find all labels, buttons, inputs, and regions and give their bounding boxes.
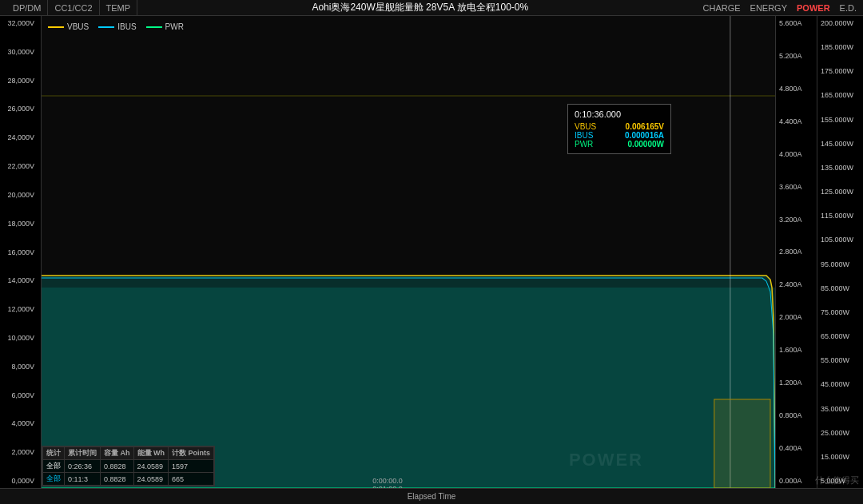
y-label-power: 25.000W — [821, 429, 863, 437]
legend-vbus: VBUS — [48, 22, 89, 31]
stats-all-energy: 24.0589 — [133, 460, 169, 473]
tooltip-vbus-label: VBUS — [575, 122, 596, 131]
y-label-voltage: 8,000V — [0, 363, 38, 371]
y-label-power: 75.000W — [821, 308, 863, 316]
legend-ibus-label: IBUS — [117, 22, 136, 31]
y-label-power: 155.000W — [821, 116, 863, 124]
y-label-power: 15.000W — [821, 453, 863, 461]
x-axis-label: Elapsed Time — [6, 492, 857, 501]
y-label-current: 2.000A — [779, 313, 817, 321]
energy-button[interactable]: ENERGY — [750, 3, 787, 13]
y-label-current: 4.400A — [779, 117, 817, 125]
y-label-power: 175.000W — [821, 67, 863, 75]
ed-button[interactable]: E.D. — [840, 3, 857, 13]
tab-temp[interactable]: TEMP — [100, 0, 138, 15]
charge-button[interactable]: CHARGE — [703, 3, 741, 13]
y-label-power: 185.000W — [821, 43, 863, 51]
legend-vbus-label: VBUS — [67, 22, 89, 31]
y-label-voltage: 32,000V — [0, 19, 38, 27]
y-axis-voltage: 32,000V30,000V28,000V26,000V24,000V22,00… — [0, 16, 42, 488]
y-label-current: 0.400A — [779, 444, 817, 452]
y-label-power: 125.000W — [821, 188, 863, 196]
top-bar: DP/DM CC1/CC2 TEMP Aohi奥海240W星舰能量舱 28V5A… — [0, 0, 863, 16]
stats-sel-capacity: 0.8828 — [101, 473, 134, 486]
stats-row-selected: 全部 0:11:3 0.8828 24.0589 665 — [43, 473, 214, 486]
y-label-voltage: 24,000V — [0, 133, 38, 141]
tooltip-pwr-label: PWR — [575, 140, 593, 149]
y-label-current: 4.800A — [779, 85, 817, 93]
y-label-voltage: 0,000V — [0, 477, 38, 485]
plot-area[interactable]: VBUS IBUS PWR 0:10:36.000 VBUS 0.006165V… — [42, 16, 775, 488]
y-label-power: 5.000W — [821, 477, 863, 485]
y-label-voltage: 14,000V — [0, 276, 38, 284]
y-label-voltage: 6,000V — [0, 391, 38, 399]
y-label-voltage: 20,000V — [0, 191, 38, 199]
stats-sel-time: 0:11:3 — [65, 473, 101, 486]
tooltip-time: 0:10:36.000 — [575, 109, 664, 119]
y-axis-current: 5.600A5.200A4.800A4.400A4.000A3.600A3.20… — [775, 16, 817, 488]
tab-cc1-cc2[interactable]: CC1/CC2 — [48, 0, 99, 15]
y-label-voltage: 2,000V — [0, 448, 38, 456]
stats-sel-label: 全部 — [43, 473, 65, 486]
y-label-power: 145.000W — [821, 140, 863, 148]
action-buttons: CHARGE ENERGY POWER E.D. — [703, 3, 857, 13]
y-label-power: 165.000W — [821, 91, 863, 99]
vbus-color-swatch — [48, 26, 64, 28]
tooltip-ibus-label: IBUS — [575, 131, 593, 140]
stats-all-capacity: 0.8828 — [101, 460, 134, 473]
y-label-current: 4.000A — [779, 150, 817, 158]
tooltip-ibus-value: 0.000016A — [625, 131, 664, 140]
y-label-current: 0.800A — [779, 411, 817, 419]
y-label-power: 85.000W — [821, 284, 863, 292]
stats-all-label: 全部 — [43, 460, 65, 473]
y-label-power: 115.000W — [821, 212, 863, 220]
legend-ibus: IBUS — [98, 22, 136, 31]
stats-row-all: 全部 0:26:36 0.8828 24.0589 1597 — [43, 460, 214, 473]
y-label-voltage: 30,000V — [0, 48, 38, 56]
y-label-voltage: 26,000V — [0, 105, 38, 113]
chart-title: Aohi奥海240W星舰能量舱 28V5A 放电全程100-0% — [137, 1, 702, 14]
y-label-voltage: 22,000V — [0, 162, 38, 170]
pwr-color-swatch — [146, 26, 162, 28]
y-label-current: 3.200A — [779, 216, 817, 224]
chart-svg — [42, 16, 775, 488]
y-label-voltage: 16,000V — [0, 248, 38, 256]
tooltip: 0:10:36.000 VBUS 0.006165V IBUS 0.000016… — [567, 104, 671, 154]
y-label-current: 1.600A — [779, 346, 817, 354]
y-label-power: 135.000W — [821, 164, 863, 172]
y-label-current: 1.200A — [779, 379, 817, 387]
y-label-voltage: 18,000V — [0, 220, 38, 228]
y-axis-power: 200.000W185.000W175.000W165.000W155.000W… — [817, 16, 863, 488]
y-label-power: 65.000W — [821, 332, 863, 340]
y-label-power: 105.000W — [821, 236, 863, 244]
tooltip-ibus-row: IBUS 0.000016A — [575, 131, 664, 140]
tab-dp-dm[interactable]: DP/DM — [6, 0, 48, 15]
tooltip-vbus-row: VBUS 0.006165V — [575, 122, 664, 131]
tooltip-vbus-value: 0.006165V — [626, 122, 664, 131]
y-label-current: 5.600A — [779, 19, 817, 27]
y-label-voltage: 4,000V — [0, 419, 38, 427]
bottom-bar: Elapsed Time — [0, 488, 863, 504]
stats-header-energy: 能量 Wh — [133, 447, 169, 460]
svg-rect-5 — [714, 399, 770, 488]
stats-all-time: 0:26:36 — [65, 460, 101, 473]
chart-container: 32,000V30,000V28,000V26,000V24,000V22,00… — [0, 16, 863, 488]
stats-header-points: 计数 Points — [169, 447, 214, 460]
tooltip-pwr-row: PWR 0.00000W — [575, 140, 664, 149]
stats-header-capacity: 容量 Ah — [101, 447, 134, 460]
stats-table: 统计 累计时间 容量 Ah 能量 Wh 计数 Points 全部 0:26:36… — [42, 446, 215, 486]
y-label-voltage: 12,000V — [0, 305, 38, 313]
stats-all-points: 1597 — [169, 460, 214, 473]
y-label-power: 35.000W — [821, 405, 863, 413]
legend-pwr-label: PWR — [165, 22, 184, 31]
legend: VBUS IBUS PWR — [48, 22, 184, 31]
tooltip-pwr-value: 0.00000W — [627, 140, 664, 149]
y-label-voltage: 28,000V — [0, 77, 38, 85]
y-label-power: 45.000W — [821, 380, 863, 388]
y-label-current: 0.000A — [779, 477, 817, 485]
y-label-power: 95.000W — [821, 260, 863, 268]
y-label-current: 5.200A — [779, 52, 817, 60]
power-button[interactable]: POWER — [797, 3, 830, 13]
stats-sel-points: 665 — [169, 473, 214, 486]
ibus-color-swatch — [98, 26, 114, 28]
